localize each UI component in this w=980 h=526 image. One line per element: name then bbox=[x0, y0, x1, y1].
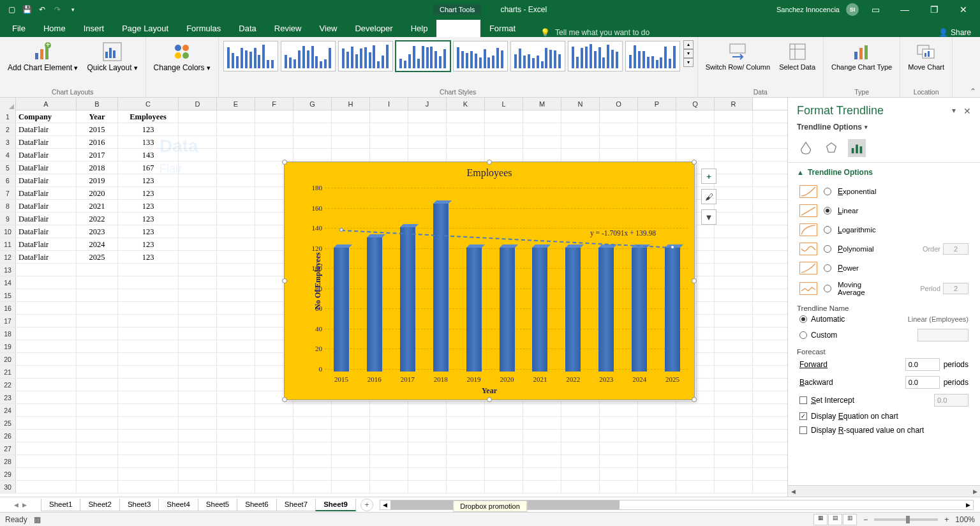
cell-R18[interactable] bbox=[715, 327, 753, 340]
change-chart-type-button[interactable]: Change Chart Type bbox=[828, 40, 896, 73]
cell-R28[interactable] bbox=[715, 455, 753, 467]
cell-C21[interactable] bbox=[118, 366, 179, 378]
column-header-J[interactable]: J bbox=[408, 98, 447, 110]
chart-bar[interactable] bbox=[665, 248, 680, 372]
cell-Q3[interactable] bbox=[676, 136, 715, 148]
cell-P1[interactable] bbox=[638, 110, 676, 123]
cell-D7[interactable] bbox=[179, 187, 217, 199]
macro-record-icon[interactable]: ▦ bbox=[34, 515, 41, 524]
column-header-R[interactable]: R bbox=[715, 98, 753, 110]
sheet-tab-sheet6[interactable]: Sheet6 bbox=[237, 499, 276, 511]
row-header-19[interactable]: 19 bbox=[0, 340, 16, 352]
cell-P27[interactable] bbox=[638, 442, 676, 455]
sheet-tab-sheet7[interactable]: Sheet7 bbox=[276, 499, 316, 511]
cell-L24[interactable] bbox=[485, 404, 523, 416]
cell-O30[interactable] bbox=[600, 481, 638, 493]
cell-Q26[interactable] bbox=[676, 430, 715, 442]
row-header-9[interactable]: 9 bbox=[0, 213, 16, 225]
cell-Q29[interactable] bbox=[676, 468, 715, 480]
chart-bar[interactable] bbox=[632, 248, 647, 372]
cell-N3[interactable] bbox=[561, 136, 600, 148]
cell-B28[interactable] bbox=[77, 455, 118, 467]
cell-D2[interactable] bbox=[179, 123, 217, 135]
cell-A8[interactable]: DataFlair bbox=[16, 200, 77, 212]
row-header-7[interactable]: 7 bbox=[0, 187, 16, 199]
cell-O27[interactable] bbox=[600, 442, 638, 455]
row-header-16[interactable]: 16 bbox=[0, 302, 16, 314]
cell-H4[interactable] bbox=[332, 149, 370, 161]
cell-I24[interactable] bbox=[370, 404, 408, 416]
cell-H28[interactable] bbox=[332, 455, 370, 467]
cell-I4[interactable] bbox=[370, 149, 408, 161]
y-axis-title[interactable]: No Of Employees bbox=[313, 252, 323, 309]
cell-B16[interactable] bbox=[77, 302, 118, 314]
cell-Q28[interactable] bbox=[676, 455, 715, 467]
row-header-26[interactable]: 26 bbox=[0, 430, 16, 442]
cell-A11[interactable]: DataFlair bbox=[16, 238, 77, 250]
cell-A12[interactable]: DataFlair bbox=[16, 251, 77, 263]
row-header-17[interactable]: 17 bbox=[0, 315, 16, 327]
cell-J4[interactable] bbox=[408, 149, 447, 161]
cell-A25[interactable] bbox=[16, 417, 77, 429]
cell-O1[interactable] bbox=[600, 110, 638, 123]
sheet-tab-sheet3[interactable]: Sheet3 bbox=[119, 499, 159, 511]
column-header-A[interactable]: A bbox=[16, 98, 77, 110]
cell-M29[interactable] bbox=[523, 468, 561, 480]
user-avatar[interactable]: SI bbox=[846, 3, 859, 16]
tab-formulas[interactable]: Formulas bbox=[177, 20, 230, 37]
normal-view-button[interactable]: ▦ bbox=[813, 514, 828, 525]
cell-O3[interactable] bbox=[600, 136, 638, 148]
cell-Q24[interactable] bbox=[676, 404, 715, 416]
cell-E2[interactable] bbox=[217, 123, 255, 135]
cell-C12[interactable]: 123 bbox=[118, 251, 179, 263]
redo-icon[interactable]: ↷ bbox=[52, 4, 63, 15]
cell-G25[interactable] bbox=[293, 417, 332, 429]
cell-I3[interactable] bbox=[370, 136, 408, 148]
close-button[interactable]: ✕ bbox=[951, 0, 976, 19]
cell-I26[interactable] bbox=[370, 430, 408, 442]
cell-D12[interactable] bbox=[179, 251, 217, 263]
cell-D20[interactable] bbox=[179, 353, 217, 365]
cell-D26[interactable] bbox=[179, 430, 217, 442]
row-header-29[interactable]: 29 bbox=[0, 468, 16, 480]
cell-B7[interactable]: 2020 bbox=[77, 187, 118, 199]
cell-J25[interactable] bbox=[408, 417, 447, 429]
page-layout-view-button[interactable]: ▤ bbox=[828, 514, 842, 525]
cell-C20[interactable] bbox=[118, 353, 179, 365]
row-header-3[interactable]: 3 bbox=[0, 136, 16, 148]
cell-I25[interactable] bbox=[370, 417, 408, 429]
sheet-tab-sheet1[interactable]: Sheet1 bbox=[41, 499, 80, 511]
cell-D24[interactable] bbox=[179, 404, 217, 416]
cell-D21[interactable] bbox=[179, 366, 217, 378]
cell-E19[interactable] bbox=[217, 340, 255, 352]
column-header-M[interactable]: M bbox=[523, 98, 561, 110]
cell-C8[interactable]: 123 bbox=[118, 200, 179, 212]
cell-H27[interactable] bbox=[332, 442, 370, 455]
cell-K3[interactable] bbox=[447, 136, 485, 148]
move-chart-button[interactable]: Move Chart bbox=[904, 40, 948, 73]
trendline-options-section[interactable]: ▲ Trendline Options bbox=[797, 168, 971, 177]
cell-C29[interactable] bbox=[118, 468, 179, 480]
cell-C7[interactable]: 123 bbox=[118, 187, 179, 199]
chart-style-5[interactable] bbox=[453, 41, 508, 71]
tab-format[interactable]: Format bbox=[480, 20, 524, 37]
display-rsquared-checkbox[interactable] bbox=[799, 426, 807, 434]
cell-G27[interactable] bbox=[293, 442, 332, 455]
cell-A9[interactable]: DataFlair bbox=[16, 213, 77, 225]
cell-Q27[interactable] bbox=[676, 442, 715, 455]
cell-C26[interactable] bbox=[118, 430, 179, 442]
cell-I30[interactable] bbox=[370, 481, 408, 493]
cell-C18[interactable] bbox=[118, 327, 179, 340]
cell-B13[interactable] bbox=[77, 264, 118, 276]
cell-R26[interactable] bbox=[715, 430, 753, 442]
tab-data[interactable]: Data bbox=[230, 20, 265, 37]
cell-A19[interactable] bbox=[16, 340, 77, 352]
cell-R27[interactable] bbox=[715, 442, 753, 455]
cell-E18[interactable] bbox=[217, 327, 255, 340]
cell-A28[interactable] bbox=[16, 455, 77, 467]
chart-bar[interactable] bbox=[598, 248, 614, 372]
pane-subtitle[interactable]: Trendline Options ▾ bbox=[788, 120, 980, 134]
column-header-P[interactable]: P bbox=[638, 98, 676, 110]
cell-A29[interactable] bbox=[16, 468, 77, 480]
cell-R3[interactable] bbox=[715, 136, 753, 148]
